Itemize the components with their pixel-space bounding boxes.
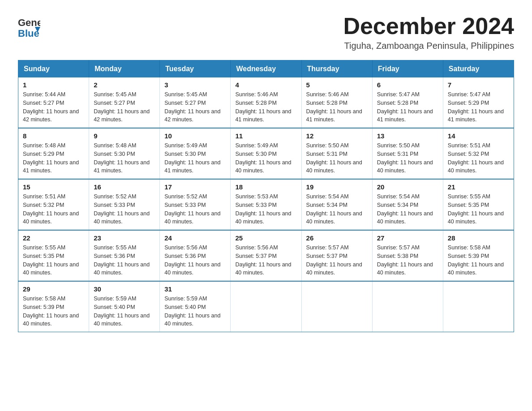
calendar-day-cell: 19 Sunrise: 5:54 AM Sunset: 5:34 PM Dayl… xyxy=(301,179,372,230)
day-info: Sunrise: 5:50 AM Sunset: 5:31 PM Dayligh… xyxy=(377,141,438,175)
calendar-day-cell: 17 Sunrise: 5:52 AM Sunset: 5:33 PM Dayl… xyxy=(160,179,231,230)
day-number: 10 xyxy=(164,132,226,140)
calendar-day-cell: 16 Sunrise: 5:52 AM Sunset: 5:33 PM Dayl… xyxy=(89,179,160,230)
day-number: 8 xyxy=(23,132,84,140)
calendar-day-cell xyxy=(231,281,301,332)
day-info: Sunrise: 5:54 AM Sunset: 5:34 PM Dayligh… xyxy=(377,193,438,226)
day-info: Sunrise: 5:48 AM Sunset: 5:29 PM Dayligh… xyxy=(23,141,84,175)
calendar-day-cell: 8 Sunrise: 5:48 AM Sunset: 5:29 PM Dayli… xyxy=(18,128,89,179)
calendar-day-cell: 23 Sunrise: 5:55 AM Sunset: 5:36 PM Dayl… xyxy=(89,230,160,281)
day-info: Sunrise: 5:55 AM Sunset: 5:35 PM Dayligh… xyxy=(448,193,509,226)
calendar-day-cell: 21 Sunrise: 5:55 AM Sunset: 5:35 PM Dayl… xyxy=(443,179,514,230)
day-number: 3 xyxy=(164,81,226,89)
calendar-day-cell: 30 Sunrise: 5:59 AM Sunset: 5:40 PM Dayl… xyxy=(89,281,160,332)
calendar-day-cell: 15 Sunrise: 5:51 AM Sunset: 5:32 PM Dayl… xyxy=(18,179,89,230)
day-info: Sunrise: 5:58 AM Sunset: 5:39 PM Dayligh… xyxy=(448,244,509,277)
day-info: Sunrise: 5:45 AM Sunset: 5:27 PM Dayligh… xyxy=(94,90,155,124)
day-info: Sunrise: 5:47 AM Sunset: 5:29 PM Dayligh… xyxy=(448,90,509,124)
calendar-day-cell: 6 Sunrise: 5:47 AM Sunset: 5:28 PM Dayli… xyxy=(372,77,443,128)
calendar-day-cell: 7 Sunrise: 5:47 AM Sunset: 5:29 PM Dayli… xyxy=(443,77,514,128)
day-number: 4 xyxy=(235,81,296,89)
calendar-day-cell: 22 Sunrise: 5:55 AM Sunset: 5:35 PM Dayl… xyxy=(18,230,89,281)
day-number: 27 xyxy=(377,234,438,242)
day-number: 18 xyxy=(235,183,296,191)
calendar-day-cell: 18 Sunrise: 5:53 AM Sunset: 5:33 PM Dayl… xyxy=(231,179,301,230)
weekday-header: Friday xyxy=(372,60,443,78)
weekday-header: Sunday xyxy=(18,60,89,78)
day-number: 26 xyxy=(306,234,368,242)
calendar-day-cell: 29 Sunrise: 5:58 AM Sunset: 5:39 PM Dayl… xyxy=(18,281,89,332)
day-number: 24 xyxy=(164,234,226,242)
day-info: Sunrise: 5:46 AM Sunset: 5:28 PM Dayligh… xyxy=(235,90,296,124)
day-info: Sunrise: 5:56 AM Sunset: 5:36 PM Dayligh… xyxy=(164,244,226,277)
day-info: Sunrise: 5:44 AM Sunset: 5:27 PM Dayligh… xyxy=(23,90,84,124)
day-info: Sunrise: 5:59 AM Sunset: 5:40 PM Dayligh… xyxy=(164,295,226,328)
calendar-day-cell: 13 Sunrise: 5:50 AM Sunset: 5:31 PM Dayl… xyxy=(372,128,443,179)
day-number: 7 xyxy=(448,81,509,89)
day-number: 22 xyxy=(23,234,84,242)
calendar-day-cell: 3 Sunrise: 5:45 AM Sunset: 5:27 PM Dayli… xyxy=(160,77,231,128)
day-number: 23 xyxy=(94,234,155,242)
weekday-header: Monday xyxy=(89,60,160,78)
day-number: 2 xyxy=(94,81,155,89)
day-info: Sunrise: 5:53 AM Sunset: 5:33 PM Dayligh… xyxy=(235,193,296,226)
day-number: 25 xyxy=(235,234,296,242)
calendar-day-cell: 12 Sunrise: 5:50 AM Sunset: 5:31 PM Dayl… xyxy=(301,128,372,179)
day-info: Sunrise: 5:45 AM Sunset: 5:27 PM Dayligh… xyxy=(164,90,226,124)
day-info: Sunrise: 5:46 AM Sunset: 5:28 PM Dayligh… xyxy=(306,90,368,124)
calendar-day-cell: 20 Sunrise: 5:54 AM Sunset: 5:34 PM Dayl… xyxy=(372,179,443,230)
calendar-day-cell: 2 Sunrise: 5:45 AM Sunset: 5:27 PM Dayli… xyxy=(89,77,160,128)
day-info: Sunrise: 5:52 AM Sunset: 5:33 PM Dayligh… xyxy=(164,193,226,226)
weekday-header: Thursday xyxy=(301,60,372,78)
calendar-week-row: 29 Sunrise: 5:58 AM Sunset: 5:39 PM Dayl… xyxy=(18,281,514,332)
day-number: 19 xyxy=(306,183,368,191)
calendar-day-cell: 26 Sunrise: 5:57 AM Sunset: 5:37 PM Dayl… xyxy=(301,230,372,281)
calendar-day-cell: 25 Sunrise: 5:56 AM Sunset: 5:37 PM Dayl… xyxy=(231,230,301,281)
day-number: 9 xyxy=(94,132,155,140)
day-info: Sunrise: 5:51 AM Sunset: 5:32 PM Dayligh… xyxy=(448,141,509,175)
svg-text:Blue: Blue xyxy=(18,28,39,38)
day-number: 16 xyxy=(94,183,155,191)
day-number: 20 xyxy=(377,183,438,191)
calendar-week-row: 22 Sunrise: 5:55 AM Sunset: 5:35 PM Dayl… xyxy=(18,230,514,281)
calendar-week-row: 1 Sunrise: 5:44 AM Sunset: 5:27 PM Dayli… xyxy=(18,77,514,128)
page-header: General Blue December 2024 Tiguha, Zambo… xyxy=(18,13,514,51)
day-info: Sunrise: 5:54 AM Sunset: 5:34 PM Dayligh… xyxy=(306,193,368,226)
logo-area: General Blue xyxy=(18,13,40,38)
day-info: Sunrise: 5:55 AM Sunset: 5:35 PM Dayligh… xyxy=(23,244,84,277)
day-info: Sunrise: 5:56 AM Sunset: 5:37 PM Dayligh… xyxy=(235,244,296,277)
day-number: 30 xyxy=(94,285,155,293)
day-number: 13 xyxy=(377,132,438,140)
calendar-day-cell: 4 Sunrise: 5:46 AM Sunset: 5:28 PM Dayli… xyxy=(231,77,301,128)
location-title: Tiguha, Zamboanga Peninsula, Philippines xyxy=(343,41,514,51)
day-number: 31 xyxy=(164,285,226,293)
day-number: 12 xyxy=(306,132,368,140)
day-info: Sunrise: 5:51 AM Sunset: 5:32 PM Dayligh… xyxy=(23,193,84,226)
calendar-day-cell: 10 Sunrise: 5:49 AM Sunset: 5:30 PM Dayl… xyxy=(160,128,231,179)
day-info: Sunrise: 5:52 AM Sunset: 5:33 PM Dayligh… xyxy=(94,193,155,226)
day-info: Sunrise: 5:57 AM Sunset: 5:38 PM Dayligh… xyxy=(377,244,438,277)
day-info: Sunrise: 5:47 AM Sunset: 5:28 PM Dayligh… xyxy=(377,90,438,124)
logo-icon: General Blue xyxy=(18,13,40,38)
calendar-day-cell: 9 Sunrise: 5:48 AM Sunset: 5:30 PM Dayli… xyxy=(89,128,160,179)
calendar-day-cell: 31 Sunrise: 5:59 AM Sunset: 5:40 PM Dayl… xyxy=(160,281,231,332)
weekday-header-row: SundayMondayTuesdayWednesdayThursdayFrid… xyxy=(18,60,514,78)
calendar-table: SundayMondayTuesdayWednesdayThursdayFrid… xyxy=(18,60,514,332)
calendar-week-row: 15 Sunrise: 5:51 AM Sunset: 5:32 PM Dayl… xyxy=(18,179,514,230)
svg-text:General: General xyxy=(18,17,40,28)
calendar-day-cell: 5 Sunrise: 5:46 AM Sunset: 5:28 PM Dayli… xyxy=(301,77,372,128)
day-number: 21 xyxy=(448,183,509,191)
calendar-day-cell: 14 Sunrise: 5:51 AM Sunset: 5:32 PM Dayl… xyxy=(443,128,514,179)
day-number: 1 xyxy=(23,81,84,89)
weekday-header: Saturday xyxy=(443,60,514,78)
day-number: 15 xyxy=(23,183,84,191)
calendar-day-cell: 11 Sunrise: 5:49 AM Sunset: 5:30 PM Dayl… xyxy=(231,128,301,179)
calendar-day-cell xyxy=(372,281,443,332)
day-number: 29 xyxy=(23,285,84,293)
day-number: 17 xyxy=(164,183,226,191)
day-number: 5 xyxy=(306,81,368,89)
day-info: Sunrise: 5:50 AM Sunset: 5:31 PM Dayligh… xyxy=(306,141,368,175)
day-info: Sunrise: 5:59 AM Sunset: 5:40 PM Dayligh… xyxy=(94,295,155,328)
day-number: 28 xyxy=(448,234,509,242)
day-info: Sunrise: 5:55 AM Sunset: 5:36 PM Dayligh… xyxy=(94,244,155,277)
